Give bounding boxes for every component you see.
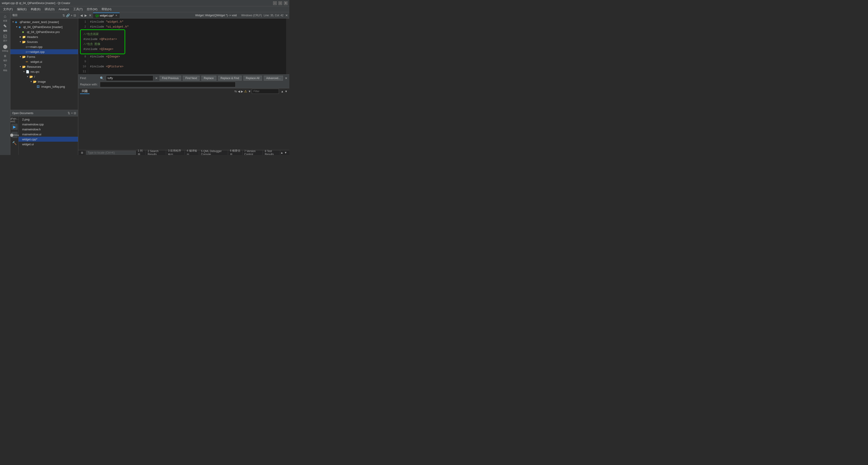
tree-item-widgetcpp[interactable]: c++ widget.cpp — [10, 49, 78, 54]
sidebar-add-btn[interactable]: + — [71, 13, 72, 17]
tree-item-slash[interactable]: 📂 / — [10, 74, 78, 79]
tree-item-resources[interactable]: 📂 Resources — [10, 64, 78, 69]
tree-item-widgetui[interactable]: ✏ widget.ui — [10, 59, 78, 64]
replace-input[interactable] — [100, 82, 236, 87]
tree-label-resources: Resources — [27, 65, 41, 68]
bottom-up-btn[interactable]: ▲ — [280, 151, 283, 154]
bottom-tab-1[interactable]: 1 问题 — [136, 150, 146, 155]
tab-widgetcpp[interactable]: Qt widget.cpp* ✕ — [93, 13, 120, 18]
bottom-tab-7[interactable]: 7 Version Control — [243, 150, 263, 155]
find-input[interactable] — [106, 75, 153, 81]
open-doc-widgetcpp[interactable]: widget.cpp* — [19, 137, 78, 142]
tab-close-widgetcpp[interactable]: ✕ — [115, 14, 117, 17]
tree-item-resqrc[interactable]: 📄 res.qrc — [10, 69, 78, 74]
menu-debug[interactable]: 调试(D) — [43, 7, 56, 12]
open-doc-mainwindowcpp[interactable]: mainwindow.cpp — [19, 122, 78, 127]
open-documents-title: Open Documents — [12, 111, 33, 115]
problems-nav-prev-btn[interactable]: ◀ — [238, 90, 240, 93]
sidebar-filter-btn[interactable]: ⊟ — [73, 13, 76, 17]
bottom-tab-6[interactable]: 6 概要信息 — [228, 150, 242, 155]
problems-down-btn[interactable]: ▼ — [285, 90, 287, 93]
icon-bar: ⌂ 欢迎 ✎ 编辑 ◱ 设计 ⬤ Debug ≡ 项目 ? 帮助 — [0, 12, 10, 155]
open-doc-mainwindowui[interactable]: mainwindow.ui — [19, 132, 78, 137]
menu-edit[interactable]: 编辑(E) — [15, 7, 29, 12]
maximize-button[interactable]: □ — [278, 1, 282, 5]
folder-icon-forms: 📂 — [22, 55, 26, 59]
replace-all-btn[interactable]: Replace All — [243, 76, 262, 81]
tree-item-pro[interactable]: ■ qt_04_QtPaintDevice.pro — [10, 29, 78, 34]
close-button[interactable]: ✕ — [284, 1, 287, 5]
tree-item-headers[interactable]: 📁 Headers — [10, 34, 78, 39]
debug-icon-mini[interactable]: ⬤ Debug — [11, 132, 18, 138]
bottom-tab-5[interactable]: 5 QML Debugger Console — [199, 150, 228, 155]
tree-label-resqrc: res.qrc — [31, 70, 39, 73]
tree-arrow-qpainter — [11, 21, 15, 23]
close-editor-btn[interactable]: ✕ — [285, 13, 288, 17]
open-docs-filter-btn[interactable]: ⊟ — [74, 111, 76, 115]
problems-nav-next-btn[interactable]: ▶ — [241, 90, 243, 93]
sidebar-item-help[interactable]: ? 帮助 — [1, 63, 10, 73]
project-mini-icon[interactable]: ▶ — [11, 124, 18, 130]
menu-analyze[interactable]: Analyze — [57, 7, 71, 11]
problems-sort-btn[interactable]: ⇆ — [235, 90, 237, 93]
advanced-btn[interactable]: Advanced... — [264, 76, 283, 81]
menu-file[interactable]: 文件(F) — [1, 7, 15, 12]
code-line-1: #include "widget.h" — [90, 20, 284, 24]
menu-help[interactable]: 帮助(H) — [100, 7, 113, 12]
bottom-tab-layout-btn[interactable]: ⊞ — [79, 150, 85, 155]
window-controls[interactable]: ─ □ ✕ — [273, 1, 287, 5]
find-clear-btn[interactable]: ✕ — [155, 76, 158, 80]
open-docs-controls[interactable]: ⇅ + ⊟ — [68, 111, 76, 115]
editor-scrollbar[interactable] — [286, 19, 289, 74]
bottom-tab-4[interactable]: 4 编译输出 — [185, 150, 199, 155]
sidebar-link-btn[interactable]: 🔗 — [66, 13, 70, 17]
tree-item-png[interactable]: 🖼 images_luffay.png — [10, 84, 78, 89]
tree-item-qpainter[interactable]: ◈ qPainter_event_test1 [master] — [10, 20, 78, 24]
editor-area[interactable]: 1234 5678 9101112 13141516 1718 #include… — [78, 19, 289, 74]
find-prev-btn[interactable]: Find Previous — [160, 76, 181, 81]
sidebar-item-project[interactable]: ≡ 项目 — [1, 53, 10, 63]
nav-back-btn[interactable]: ◀ — [80, 13, 84, 18]
menu-build[interactable]: 构建(B) — [29, 7, 42, 12]
nav-forward-btn[interactable]: ▶ — [84, 13, 88, 18]
problems-filter-input[interactable] — [252, 89, 279, 94]
nav-close-btn[interactable]: ✕ — [88, 13, 92, 18]
build-icon-mini[interactable]: 🔨 — [11, 140, 18, 146]
tree-arrow-resqrc — [22, 70, 26, 73]
open-docs-add-btn[interactable]: + — [71, 111, 73, 115]
bottom-tab-2[interactable]: 2 Search Results — [146, 150, 166, 155]
tree-item-qt04[interactable]: ◈ qt_04_QtPaintDevice [master] — [10, 24, 78, 29]
menu-tools[interactable]: 工具(T) — [71, 7, 85, 12]
problems-tab[interactable]: 问题 — [80, 89, 90, 94]
popup-line-1: //包含画家 — [84, 32, 122, 37]
open-doc-mainwindowh[interactable]: mainwindow.h — [19, 127, 78, 132]
encoding-label: Windows (CRLF) — [241, 14, 262, 17]
sidebar-item-welcome[interactable]: ⌂ 欢迎 — [1, 13, 10, 23]
tree-item-image[interactable]: 📂 image — [10, 79, 78, 84]
sidebar-sync-btn[interactable]: ⇅ — [62, 13, 65, 17]
sidebar-controls[interactable]: ⇅ 🔗 + ⊟ — [62, 13, 76, 17]
open-doc-widgetui[interactable]: widget.ui — [19, 142, 78, 147]
tree-item-maincpp[interactable]: c++ main.cpp — [10, 44, 78, 49]
menu-controls[interactable]: 控件(W) — [85, 7, 99, 12]
open-docs-sort-btn[interactable]: ⇅ — [68, 111, 70, 115]
sidebar-item-edit[interactable]: ✎ 编辑 — [1, 23, 10, 33]
open-doc-2png[interactable]: 2.png — [19, 117, 78, 122]
replace-btn[interactable]: Replace — [202, 76, 216, 81]
sidebar-item-design[interactable]: ◱ 设计 — [1, 33, 10, 43]
minimize-button[interactable]: ─ — [273, 1, 277, 5]
bottom-tab-8[interactable]: 8 Test Results — [263, 150, 280, 155]
tree-item-sources[interactable]: 📂 Sources — [10, 39, 78, 44]
find-close-btn[interactable]: ✕ — [285, 76, 287, 80]
problems-up-btn[interactable]: ▲ — [281, 90, 284, 93]
locate-input[interactable] — [86, 151, 136, 155]
replace-row: Replace with: — [80, 82, 287, 87]
bottom-down-btn[interactable]: ▼ — [284, 151, 287, 154]
tree-item-forms[interactable]: 📂 Forms — [10, 54, 78, 59]
tab-bar: Qt widget.cpp* ✕ — [93, 13, 193, 18]
bottom-tab-3[interactable]: 3 应用程序输出 — [166, 150, 185, 155]
replace-find-btn[interactable]: Replace & Find — [218, 76, 242, 81]
problems-filter-btn[interactable]: ▼ — [248, 90, 251, 93]
find-next-btn[interactable]: Find Next — [183, 76, 199, 81]
sidebar-item-debug[interactable]: ⬤ Debug — [1, 43, 10, 53]
